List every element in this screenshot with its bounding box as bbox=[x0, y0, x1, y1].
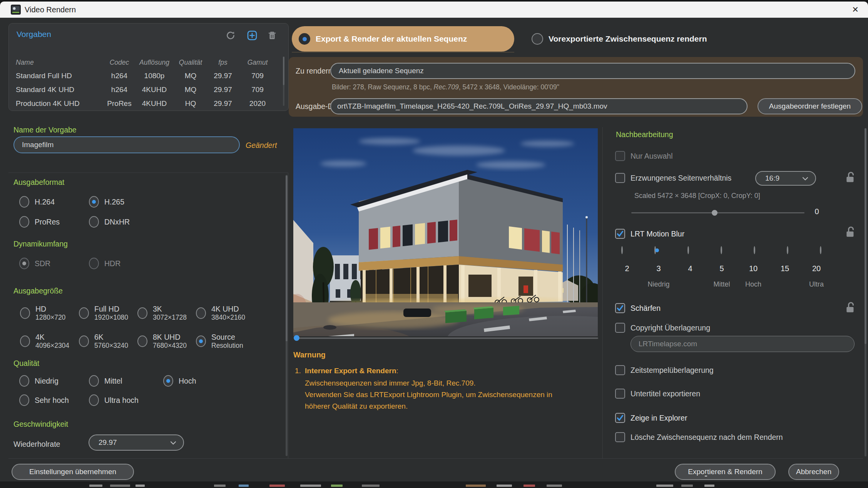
radio-blur-10[interactable] bbox=[754, 246, 755, 254]
radio-blur-4[interactable] bbox=[687, 246, 689, 254]
checkbox-forced-aspect[interactable]: Erzwungenes Seitenverhältnis bbox=[615, 173, 731, 183]
radio-blur-15[interactable] bbox=[787, 246, 788, 254]
preset-row-cell[interactable]: 2020 bbox=[239, 97, 276, 111]
checkbox-delete-intermediate[interactable]: Lösche Zwischensequenz nach dem Rendern bbox=[615, 432, 783, 442]
copyright-text-input[interactable] bbox=[631, 340, 854, 348]
lock-open-icon[interactable] bbox=[845, 301, 856, 315]
output-file-input[interactable] bbox=[331, 102, 747, 111]
radio-blur-3[interactable] bbox=[654, 246, 656, 254]
preset-name-field[interactable] bbox=[13, 136, 240, 153]
preset-row-cell[interactable]: 709 bbox=[239, 83, 276, 97]
radio-blur-5[interactable] bbox=[721, 246, 722, 254]
radio-size-4k[interactable]: 4K4096×2304 bbox=[20, 333, 69, 350]
preview-scrubber-track[interactable] bbox=[296, 337, 598, 339]
framerate-dropdown[interactable]: 29.97 bbox=[89, 434, 184, 451]
right-panel-scrollbar-thumb[interactable] bbox=[865, 128, 866, 344]
left-panel-scrollbar-thumb[interactable] bbox=[286, 176, 288, 341]
radio-blur-2[interactable] bbox=[621, 246, 623, 254]
close-icon[interactable]: ✕ bbox=[843, 2, 868, 18]
dynamic-range-title: Dynamikumfang bbox=[13, 240, 68, 248]
refresh-icon[interactable] bbox=[226, 30, 236, 42]
delete-preset-icon[interactable] bbox=[267, 30, 277, 42]
speed-title: Geschwindigkeit bbox=[13, 420, 68, 429]
col-header-gamut: Gamut bbox=[239, 56, 276, 69]
crop-slider-track[interactable] bbox=[631, 212, 804, 213]
preset-row-cell[interactable]: ProRes bbox=[104, 97, 134, 111]
radio-h265[interactable]: H.265 bbox=[89, 196, 124, 208]
preset-row-cell[interactable]: 1080p bbox=[134, 69, 174, 83]
radio-size-3k[interactable]: 3K3072×1728 bbox=[137, 305, 187, 322]
radio-blur-20[interactable] bbox=[820, 246, 821, 254]
preset-row-cell[interactable]: Production 4K UHD bbox=[16, 97, 104, 111]
radio-sdr[interactable]: SDR bbox=[19, 258, 50, 269]
checkbox-timestamp[interactable]: Zeitstempelüberlagerung bbox=[615, 365, 714, 375]
checkbox-only-selection[interactable]: Nur Auswahl bbox=[615, 151, 672, 161]
col-header-resolution: Auflösung bbox=[134, 56, 174, 69]
preset-row-cell[interactable]: Standard Full HD bbox=[16, 69, 104, 83]
blur-value: 2 bbox=[617, 264, 637, 273]
radio-quality-high[interactable]: Hoch bbox=[163, 375, 196, 387]
crop-slider-handle[interactable] bbox=[712, 210, 717, 216]
radio-quality-low[interactable]: Niedrig bbox=[19, 375, 59, 387]
preset-row-cell[interactable]: 4KUHD bbox=[134, 97, 174, 111]
lock-open-icon[interactable] bbox=[845, 226, 856, 240]
radio-h264[interactable]: H.264 bbox=[19, 196, 55, 208]
radio-selected bbox=[299, 33, 310, 45]
blur-value: 3 bbox=[649, 264, 668, 273]
copyright-text-field[interactable] bbox=[631, 336, 855, 352]
radio-size-8kuhd[interactable]: 8K UHD7680×4320 bbox=[137, 333, 187, 350]
lock-open-icon[interactable] bbox=[845, 171, 856, 185]
preset-row-cell[interactable]: MQ bbox=[174, 83, 207, 97]
mode-preexported[interactable]: Vorexportierte Zwischensequenz rendern bbox=[532, 33, 707, 45]
radio-quality-very-high[interactable]: Sehr hoch bbox=[19, 394, 69, 406]
sequence-field[interactable] bbox=[330, 63, 855, 79]
preset-row-cell[interactable]: Standard 4K UHD bbox=[16, 83, 104, 97]
preset-row-cell[interactable]: 29.97 bbox=[207, 83, 239, 97]
checkbox-copyright[interactable]: Copyright Überlagerung bbox=[615, 323, 710, 333]
checkbox-motion-blur[interactable]: LRT Motion Blur bbox=[615, 229, 684, 239]
radio-hdr[interactable]: HDR bbox=[89, 258, 120, 269]
radio-size-hd[interactable]: HD1280×720 bbox=[20, 305, 65, 322]
radio-size-source[interactable]: SourceResolution bbox=[196, 333, 243, 350]
post-processing-title: Nachbearbeitung bbox=[616, 130, 673, 139]
titlebar: Video Rendern ✕ bbox=[0, 2, 868, 18]
radio-quality-ultra-high[interactable]: Ultra hoch bbox=[89, 394, 139, 406]
radio-quality-mid[interactable]: Mittel bbox=[89, 375, 122, 387]
cancel-button[interactable]: Abbrechen bbox=[788, 464, 839, 480]
export-render-button[interactable]: Exportieren & Rendern bbox=[675, 464, 776, 480]
checkbox-show-in-explorer[interactable]: Zeige in Explorer bbox=[615, 413, 687, 423]
preset-row-cell[interactable]: 4KUHD bbox=[134, 83, 174, 97]
add-preset-icon[interactable] bbox=[247, 30, 257, 42]
preset-row-cell[interactable]: h264 bbox=[104, 83, 134, 97]
preset-changed-badge: Geändert bbox=[246, 141, 277, 150]
app-icon bbox=[11, 5, 21, 15]
radio-prores[interactable]: ProRes bbox=[19, 216, 60, 228]
col-header-codec: Codec bbox=[104, 56, 134, 69]
mode-current-sequence[interactable]: Export & Render der aktuellen Sequenz bbox=[292, 26, 514, 52]
radio-size-6k[interactable]: 6K5760×3240 bbox=[79, 333, 128, 350]
preview-scrubber-handle[interactable] bbox=[294, 335, 299, 341]
preset-row-cell[interactable]: 29.97 bbox=[207, 69, 239, 83]
output-file-field[interactable] bbox=[330, 98, 748, 114]
sequence-input[interactable] bbox=[331, 67, 855, 75]
radio-size-4kuhd[interactable]: 4K UHD3840×2160 bbox=[196, 305, 245, 322]
presets-scrollbar-thumb[interactable] bbox=[283, 57, 284, 85]
preset-row-cell[interactable]: 29.97 bbox=[207, 97, 239, 111]
checkbox-subtitles[interactable]: Untertitel exportieren bbox=[615, 389, 700, 399]
blur-value: 20 bbox=[807, 264, 826, 273]
aspect-ratio-dropdown[interactable]: 16:9 bbox=[755, 171, 816, 186]
set-output-folder-button[interactable]: Ausgabeordner festlegen bbox=[758, 98, 862, 114]
preset-row-cell[interactable]: HQ bbox=[174, 97, 207, 111]
warning-line: höherer Qualität zu exportieren. bbox=[305, 402, 408, 411]
radio-dnxhr[interactable]: DNxHR bbox=[89, 216, 130, 228]
warning-item-title: Interner Export & Rendern: bbox=[305, 367, 398, 375]
radio-size-fullhd[interactable]: Full HD1920×1080 bbox=[79, 305, 128, 322]
preset-name-input[interactable] bbox=[14, 141, 239, 149]
blur-value: 5 bbox=[712, 264, 731, 273]
preset-row-cell[interactable]: h264 bbox=[104, 69, 134, 83]
preset-row-cell[interactable]: 709 bbox=[239, 69, 276, 83]
preset-row-cell[interactable]: MQ bbox=[174, 69, 207, 83]
checkbox-sharpen[interactable]: Schärfen bbox=[615, 303, 661, 313]
window-title: Video Rendern bbox=[25, 5, 76, 14]
apply-settings-button[interactable]: Einstellungen übernehmen bbox=[12, 464, 134, 480]
